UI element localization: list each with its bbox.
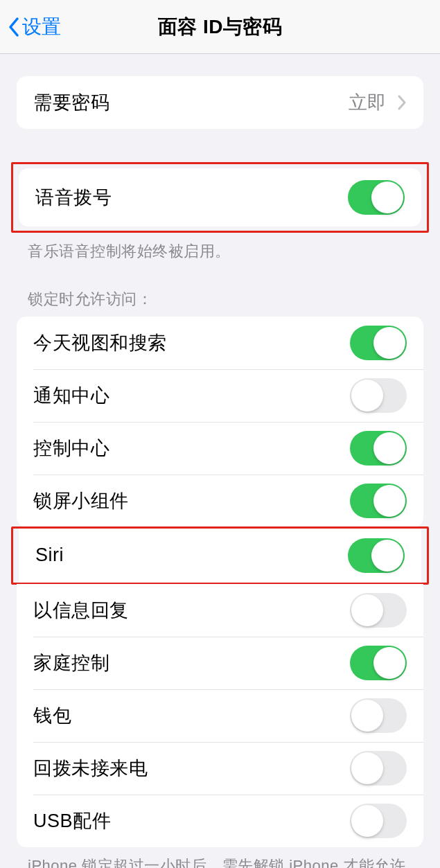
content: 需要密码 立即 语音拨号 音乐语音控制将始终被启用。 xyxy=(0,76,440,868)
chevron-left-icon xyxy=(7,15,21,39)
voice-dial-card: 语音拨号 xyxy=(19,168,421,227)
toggle-knob xyxy=(371,540,403,572)
control-center-toggle[interactable] xyxy=(350,431,407,466)
callback-label: 回拨未接来电 xyxy=(33,756,350,781)
wallet-row: 钱包 xyxy=(17,689,423,742)
usb-row: USB配件 xyxy=(17,795,423,847)
usb-toggle[interactable] xyxy=(350,804,407,838)
back-button[interactable]: 设置 xyxy=(7,14,61,40)
today-view-label: 今天视图和搜索 xyxy=(33,330,350,355)
reply-message-label: 以信息回复 xyxy=(33,598,350,623)
notification-center-row: 通知中心 xyxy=(17,369,423,422)
voice-dial-section: 语音拨号 音乐语音控制将始终被启用。 xyxy=(0,162,440,263)
lockscreen-widgets-row: 锁屏小组件 xyxy=(17,475,423,527)
back-label: 设置 xyxy=(22,14,61,40)
voice-dial-highlight: 语音拨号 xyxy=(11,162,429,233)
require-passcode-row[interactable]: 需要密码 立即 xyxy=(17,76,423,129)
siri-row: Siri xyxy=(19,529,421,583)
toggle-knob xyxy=(351,752,383,784)
toggle-knob xyxy=(351,380,383,411)
notification-center-label: 通知中心 xyxy=(33,383,350,408)
reply-message-toggle[interactable] xyxy=(350,593,407,628)
home-control-row: 家庭控制 xyxy=(17,637,423,689)
toggle-knob xyxy=(351,594,383,626)
toggle-knob xyxy=(373,327,405,359)
usb-label: USB配件 xyxy=(33,808,350,833)
siri-label: Siri xyxy=(35,544,348,566)
lock-access-header: 锁定时允许访问： xyxy=(0,289,440,317)
passcode-card: 需要密码 立即 xyxy=(17,76,423,129)
require-passcode-value: 立即 xyxy=(349,90,386,115)
callback-toggle[interactable] xyxy=(350,751,407,786)
require-passcode-label: 需要密码 xyxy=(33,90,349,115)
chevron-right-icon xyxy=(397,94,407,111)
toggle-knob xyxy=(373,485,405,517)
wallet-toggle[interactable] xyxy=(350,698,407,733)
today-view-row: 今天视图和搜索 xyxy=(17,317,423,369)
toggle-knob xyxy=(351,700,383,732)
toggle-knob xyxy=(373,647,405,679)
toggle-knob xyxy=(351,805,383,837)
lock-access-card-2: 以信息回复 家庭控制 钱包 回拨未接来电 USB配件 xyxy=(17,584,423,847)
notification-center-toggle[interactable] xyxy=(350,378,407,413)
wallet-label: 钱包 xyxy=(33,703,350,728)
lockscreen-widgets-label: 锁屏小组件 xyxy=(33,488,350,513)
callback-row: 回拨未接来电 xyxy=(17,742,423,795)
page-title: 面容 ID与密码 xyxy=(158,14,283,40)
lock-access-section: 锁定时允许访问： 今天视图和搜索 通知中心 控制中心 锁屏小组件 Siri xyxy=(0,289,440,868)
control-center-label: 控制中心 xyxy=(33,436,350,461)
siri-toggle[interactable] xyxy=(348,538,405,573)
toggle-knob xyxy=(371,181,403,213)
nav-bar: 设置 面容 ID与密码 xyxy=(0,0,440,54)
passcode-section: 需要密码 立即 xyxy=(0,76,440,129)
home-control-toggle[interactable] xyxy=(350,646,407,680)
siri-highlight: Siri xyxy=(11,526,429,585)
lock-access-card: 今天视图和搜索 通知中心 控制中心 锁屏小组件 xyxy=(17,317,423,527)
voice-dial-toggle[interactable] xyxy=(348,180,405,215)
reply-message-row: 以信息回复 xyxy=(17,584,423,637)
voice-dial-row: 语音拨号 xyxy=(19,168,421,227)
lockscreen-widgets-toggle[interactable] xyxy=(350,484,407,518)
usb-footer: iPhone 锁定超过一小时后，需先解锁 iPhone 才能允许USB 配件连接… xyxy=(0,847,440,868)
voice-dial-label: 语音拨号 xyxy=(35,185,348,210)
control-center-row: 控制中心 xyxy=(17,422,423,475)
today-view-toggle[interactable] xyxy=(350,326,407,360)
toggle-knob xyxy=(373,432,405,464)
home-control-label: 家庭控制 xyxy=(33,650,350,675)
voice-dial-footer: 音乐语音控制将始终被启用。 xyxy=(0,233,440,263)
